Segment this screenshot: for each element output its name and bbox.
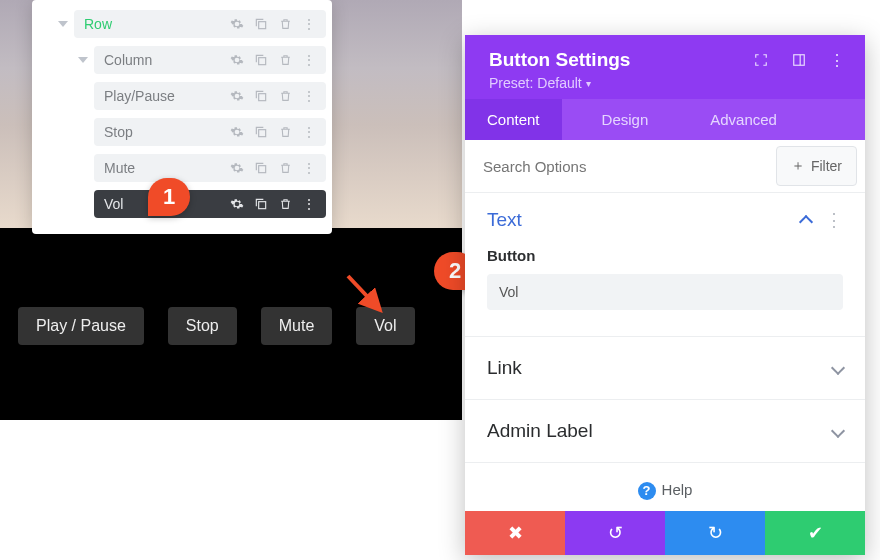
section-admin-label[interactable]: Admin Label <box>465 404 865 458</box>
gear-icon[interactable] <box>230 89 244 103</box>
more-icon[interactable]: ⋮ <box>829 52 845 68</box>
svg-rect-0 <box>259 22 266 29</box>
more-icon[interactable]: ⋮ <box>302 17 316 31</box>
preview-stop-button[interactable]: Stop <box>168 307 237 345</box>
redo-icon: ↻ <box>708 522 723 544</box>
gear-icon[interactable] <box>230 125 244 139</box>
settings-tabs: Content Design Advanced <box>465 99 865 140</box>
cancel-button[interactable]: ✖ <box>465 511 565 555</box>
chevron-up-icon <box>799 215 813 229</box>
section-link[interactable]: Link <box>465 341 865 395</box>
svg-rect-4 <box>259 166 266 173</box>
trash-icon[interactable] <box>278 197 292 211</box>
tab-advanced[interactable]: Advanced <box>688 99 799 140</box>
trash-icon[interactable] <box>278 17 292 31</box>
gear-icon[interactable] <box>230 197 244 211</box>
focus-icon[interactable] <box>753 52 769 68</box>
settings-title: Button Settings <box>489 49 753 71</box>
svg-line-6 <box>348 276 380 310</box>
redo-button[interactable]: ↻ <box>665 511 765 555</box>
svg-rect-1 <box>259 58 266 65</box>
close-icon: ✖ <box>508 522 523 544</box>
plus-icon: ＋ <box>791 157 805 175</box>
svg-rect-2 <box>259 94 266 101</box>
save-button[interactable]: ✔ <box>765 511 865 555</box>
chevron-down-icon: ▾ <box>586 78 591 89</box>
gear-icon[interactable] <box>230 17 244 31</box>
duplicate-icon[interactable] <box>254 89 268 103</box>
preset-selector[interactable]: Preset: Default ▾ <box>489 75 845 91</box>
trash-icon[interactable] <box>278 125 292 139</box>
help-icon: ? <box>638 482 656 500</box>
preview-play-pause-button[interactable]: Play / Pause <box>18 307 144 345</box>
more-icon[interactable]: ⋮ <box>302 197 316 211</box>
trash-icon[interactable] <box>278 53 292 67</box>
section-text[interactable]: Text ⋮ <box>465 193 865 247</box>
structure-item-stop[interactable]: Stop ⋮ <box>32 114 332 150</box>
settings-panel: Button Settings ⋮ Preset: Default ▾ Cont… <box>465 35 865 555</box>
button-text-input[interactable] <box>487 274 843 310</box>
check-icon: ✔ <box>808 522 823 544</box>
svg-rect-5 <box>259 202 266 209</box>
tab-content[interactable]: Content <box>465 99 562 140</box>
collapse-icon[interactable] <box>78 57 88 63</box>
layout-icon[interactable] <box>791 52 807 68</box>
structure-row-label: Row <box>84 16 112 32</box>
svg-rect-3 <box>259 130 266 137</box>
filter-button[interactable]: ＋ Filter <box>776 146 857 186</box>
help-link[interactable]: ?Help <box>465 467 865 511</box>
annotation-marker-1: 1 <box>148 178 190 216</box>
search-input[interactable] <box>465 144 776 189</box>
structure-item-play-pause[interactable]: Play/Pause ⋮ <box>32 78 332 114</box>
more-icon[interactable]: ⋮ <box>302 53 316 67</box>
undo-icon: ↺ <box>608 522 623 544</box>
more-icon[interactable]: ⋮ <box>302 89 316 103</box>
structure-row-row[interactable]: Row ⋮ <box>32 6 332 42</box>
trash-icon[interactable] <box>278 161 292 175</box>
duplicate-icon[interactable] <box>254 197 268 211</box>
preview-mute-button[interactable]: Mute <box>261 307 333 345</box>
structure-row-column[interactable]: Column ⋮ <box>32 42 332 78</box>
svg-rect-7 <box>794 55 805 66</box>
duplicate-icon[interactable] <box>254 17 268 31</box>
undo-button[interactable]: ↺ <box>565 511 665 555</box>
duplicate-icon[interactable] <box>254 161 268 175</box>
field-label-button: Button <box>487 247 843 264</box>
gear-icon[interactable] <box>230 53 244 67</box>
more-icon[interactable]: ⋮ <box>825 209 843 231</box>
more-icon[interactable]: ⋮ <box>302 125 316 139</box>
trash-icon[interactable] <box>278 89 292 103</box>
structure-col-label: Column <box>104 52 152 68</box>
settings-header: Button Settings ⋮ Preset: Default ▾ <box>465 35 865 99</box>
gear-icon[interactable] <box>230 161 244 175</box>
chevron-down-icon <box>831 424 845 438</box>
collapse-icon[interactable] <box>58 21 68 27</box>
duplicate-icon[interactable] <box>254 53 268 67</box>
more-icon[interactable]: ⋮ <box>302 161 316 175</box>
tab-design[interactable]: Design <box>580 99 671 140</box>
settings-actions: ✖ ↺ ↻ ✔ <box>465 511 865 555</box>
duplicate-icon[interactable] <box>254 125 268 139</box>
chevron-down-icon <box>831 361 845 375</box>
annotation-arrow-icon <box>344 272 390 318</box>
